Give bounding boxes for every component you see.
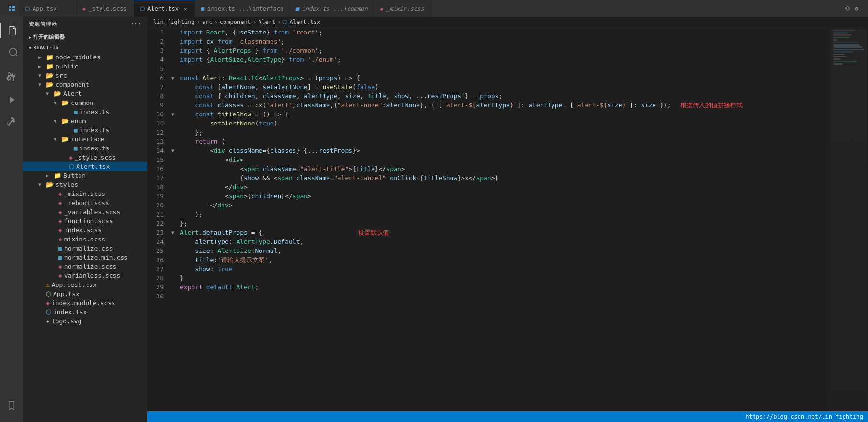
tree-item-label: Alert [63, 90, 82, 97]
tree-item-label: _reboot.scss [64, 199, 109, 206]
code-line: 24 alertType: AlertType.Default, [147, 237, 830, 246]
tab-index-ts-interface[interactable]: ■ index.ts ...\interface [195, 0, 290, 17]
code-content: import {AlertSize,AlertType} from './enu… [178, 55, 341, 64]
tab-alert-tsx[interactable]: ⬡ Alert.tsx ✕ [134, 0, 195, 17]
tree-item-App-test-tsx[interactable]: ⚠ App.test.tsx [23, 280, 147, 289]
sidebar-more[interactable]: ··· [131, 21, 142, 27]
tree-item-normalize-css[interactable]: ■ normalize.css [23, 244, 147, 253]
tree-item-style-scss[interactable]: ◈ _style.scss [23, 153, 147, 162]
breadcrumb-part[interactable]: Alert [258, 19, 275, 25]
code-content: </div> [178, 201, 233, 210]
activity-explorer[interactable] [0, 19, 23, 42]
code-line: 12 }; [147, 128, 830, 137]
breadcrumb-part[interactable]: component [220, 19, 251, 25]
tab-label: index.ts ...\interface [207, 5, 283, 12]
code-line: 18 </div> [147, 182, 830, 192]
code-editor[interactable]: 1 import React, {useState} from 'react';… [147, 28, 830, 411]
tree-item-logo-svg[interactable]: ✦ logo.svg [23, 317, 147, 326]
activity-search[interactable] [0, 42, 23, 65]
project-header[interactable]: ▼ REACT-TS [23, 43, 147, 53]
tree-item-label: component [56, 81, 89, 88]
tree-item-Button[interactable]: ▶ 📁 Button [23, 171, 147, 180]
tree-item-reboot-scss[interactable]: ◈ _reboot.scss [23, 198, 147, 207]
open-editors-label: 打开的编辑器 [33, 34, 65, 41]
breadcrumb-part[interactable]: Alert.tsx [289, 19, 320, 25]
tree-item-node-modules[interactable]: ▶ 📁 node_modules [23, 53, 147, 62]
tree-item-index-module-scss[interactable]: ◈ index.module.scss [23, 298, 147, 308]
chevron-right-icon: ▶ [38, 55, 46, 60]
code-content: import React, {useState} from 'react'; [178, 28, 322, 37]
tree-item-styles[interactable]: ▼ 📂 styles [23, 180, 147, 189]
tree-item-index-tsx[interactable]: ⬡ index.tsx [23, 308, 147, 317]
chevron-down-icon: ▼ [46, 91, 54, 96]
status-right: https://blog.csdn.net/lin_fighting [745, 413, 863, 420]
tree-item-common-index[interactable]: ■ index.ts [23, 107, 147, 116]
tree-item-common[interactable]: ▼ 📂 common [23, 98, 147, 107]
activity-source-control[interactable] [0, 65, 23, 88]
tree-item-enum-index[interactable]: ■ index.ts [23, 125, 147, 135]
line-number: 26 [147, 255, 171, 264]
code-content: alertType: AlertType.Default, [178, 237, 304, 246]
tree-item-label: normalize.scss [64, 263, 117, 270]
tab-close-button[interactable]: ✕ [181, 5, 189, 12]
tab-index-ts-common[interactable]: ■ index.ts ...\common [290, 0, 374, 17]
activity-extensions[interactable] [0, 111, 23, 134]
css-file-icon: ■ [58, 245, 62, 252]
tree-item-variables-scss[interactable]: ◈ _variables.scss [23, 207, 147, 217]
tree-item-interface-index[interactable]: ■ index.ts [23, 144, 147, 153]
tree-item-label: mixins.scss [64, 236, 105, 243]
tree-item-App-tsx[interactable]: ⬡ App.tsx [23, 289, 147, 298]
activity-run[interactable] [0, 88, 23, 111]
chevron-down-icon: ▼ [54, 137, 61, 142]
tree-item-function-scss[interactable]: ◈ function.scss [23, 217, 147, 226]
code-content: <span className="alert-title">{title}</s… [178, 164, 405, 173]
tab-label: Alert.tsx [147, 5, 179, 12]
tree-item-mixins-scss[interactable]: ◈ mixins.scss [23, 235, 147, 244]
code-line: 7 const [alertNone, setalertNone] = useS… [147, 82, 830, 91]
tree-item-normalize-scss[interactable]: ◈ normalize.scss [23, 262, 147, 271]
line-number: 29 [147, 283, 171, 292]
line-number: 20 [147, 201, 171, 210]
ts-file-icon: ■ [74, 108, 78, 115]
tree-item-Alert[interactable]: ▼ 📂 Alert [23, 89, 147, 98]
tree-item-component[interactable]: ▼ 📂 component [23, 80, 147, 89]
tree-item-mixin-scss[interactable]: ◈ _mixin.scss [23, 189, 147, 198]
fold-icon: ▼ [171, 73, 178, 82]
line-number: 9 [147, 101, 171, 110]
open-editors-header[interactable]: ▶ 打开的编辑器 [23, 32, 147, 43]
line-number: 6 [147, 73, 171, 82]
tree-item-varianless-scss[interactable]: ◈ varianless.scss [23, 271, 147, 280]
scss-file-icon: ◈ [58, 236, 62, 243]
tab-style-scss[interactable]: ◈ _style.scss [77, 0, 134, 17]
timeline-icon[interactable]: ⟲ [845, 5, 850, 12]
tab-app-tsx[interactable]: ⬡ App.tsx [19, 0, 77, 17]
svg-rect-0 [9, 6, 11, 8]
chevron-down-icon: ▼ [38, 73, 46, 78]
tree-item-Alert-tsx[interactable]: ⬡ Alert.tsx [23, 162, 147, 171]
tree-item-interface[interactable]: ▼ 📂 interface [23, 135, 147, 144]
line-number: 28 [147, 274, 171, 283]
scss-icon: ◈ [380, 5, 383, 12]
folder-icon: 📁 [54, 172, 61, 179]
tree-item-enum[interactable]: ▼ 📂 enum [23, 116, 147, 125]
fold-icon: ▼ [171, 110, 178, 119]
folder-icon: 📁 [46, 63, 54, 70]
activity-bookmarks[interactable] [0, 394, 23, 417]
tree-item-public[interactable]: ▶ 📁 public [23, 62, 147, 71]
breadcrumb-part[interactable]: lin_fighting [153, 19, 195, 25]
annotation-line23: 设置默认值 [358, 229, 389, 236]
activity-bar [0, 17, 23, 422]
code-content: import cx from 'classnames'; [178, 37, 285, 46]
tree-item-index-scss[interactable]: ◈ index.scss [23, 226, 147, 235]
breadcrumb-sep: › [214, 19, 218, 25]
code-line: 22 }; [147, 219, 830, 228]
chevron-down-icon: ▼ [38, 82, 46, 87]
code-content [178, 64, 184, 73]
breadcrumb-part[interactable]: src [202, 19, 213, 25]
line-number: 1 [147, 28, 171, 37]
tree-item-normalize-min-css[interactable]: ■ normalize.min.css [23, 253, 147, 262]
settings-icon[interactable]: ⚙ [855, 5, 858, 12]
tree-item-src[interactable]: ▼ 📂 src [23, 71, 147, 80]
tab-mixin-scss[interactable]: ◈ _mixin.scss [374, 0, 431, 17]
ts-icon: ■ [295, 5, 299, 12]
